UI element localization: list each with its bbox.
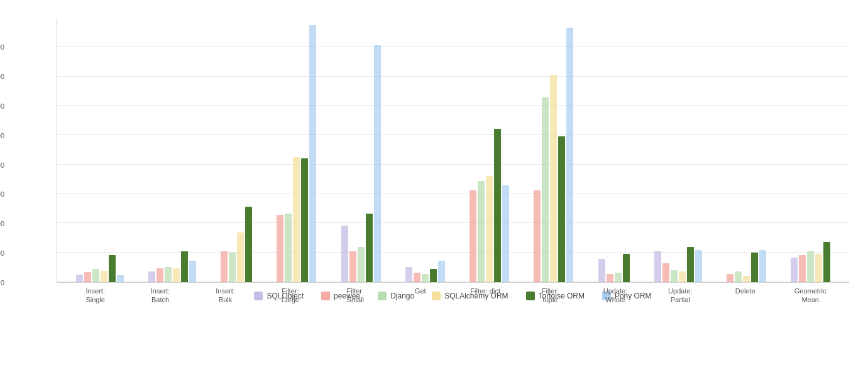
bar: [799, 255, 806, 282]
bar-group: [470, 129, 509, 282]
x-axis-label: Get: [392, 286, 449, 305]
bar: [173, 268, 180, 283]
y-axis-label: 25000: [0, 220, 4, 227]
bar: [349, 251, 356, 282]
bar: [101, 271, 107, 282]
y-axis-label: 100000: [0, 43, 4, 51]
bar: [502, 185, 509, 282]
bar: [607, 274, 613, 282]
bar-group: [654, 247, 702, 282]
bar: [478, 181, 485, 282]
bar: [823, 242, 830, 282]
bar: [76, 275, 83, 282]
bar-group: [598, 254, 630, 282]
group-bars: [791, 242, 830, 282]
bar: [277, 215, 283, 282]
group-bars: [405, 261, 445, 282]
bar: [662, 263, 669, 282]
y-axis-label: 87500: [0, 73, 4, 80]
bar: [405, 267, 412, 282]
chart-area: [57, 19, 849, 283]
bar: [743, 276, 750, 283]
bar: [486, 176, 493, 282]
bar: [542, 97, 549, 282]
x-axis-label: Insert: Bulk: [197, 286, 254, 305]
chart-container: 0125002500037500500006250075000875001000…: [0, 0, 868, 382]
bar: [309, 25, 316, 282]
bar: [189, 261, 196, 282]
bar: [623, 254, 630, 282]
x-axis-label: Delete: [717, 286, 774, 305]
x-axis-label: Update: Whole: [587, 286, 644, 305]
bar: [117, 275, 124, 282]
group-bars: [598, 254, 630, 282]
y-axis-label: 62500: [0, 132, 4, 139]
x-axis-label: Filter: dict: [457, 286, 514, 305]
bar: [727, 274, 733, 282]
x-axis-labels: Insert: SingleInsert: BatchInsert: BulkF…: [57, 286, 849, 305]
bar: [550, 75, 557, 282]
bar: [815, 254, 822, 282]
group-bars: [148, 251, 196, 282]
bar: [654, 251, 661, 282]
bar: [84, 272, 91, 282]
group-bars: [654, 247, 702, 282]
group-bars: [221, 207, 252, 282]
bar-group: [148, 251, 196, 282]
bar: [374, 45, 381, 282]
y-axis-label: 50000: [0, 161, 4, 169]
bar: [695, 250, 702, 282]
x-axis-label: Filter: tuple: [522, 286, 579, 305]
bar-group: [221, 207, 252, 282]
group-bars: [341, 45, 381, 282]
bar: [221, 251, 228, 282]
y-axis-label: 37500: [0, 190, 4, 198]
x-axis-label: Filter: Large: [262, 286, 319, 305]
bars-container: [57, 19, 849, 282]
bar-group: [727, 250, 766, 282]
bar: [759, 250, 766, 282]
bar: [598, 259, 605, 283]
x-axis-label: Insert: Single: [67, 286, 124, 305]
x-axis-label: Update: Partial: [652, 286, 708, 305]
bar: [358, 247, 365, 282]
bar-group: [76, 255, 124, 282]
bar: [735, 271, 742, 282]
bar: [558, 136, 565, 283]
bar-group: [791, 242, 830, 282]
bar: [301, 158, 308, 282]
x-axis-label: Filter: Small: [327, 286, 383, 305]
bar-group: [277, 25, 316, 282]
bar: [285, 214, 292, 282]
bar: [229, 253, 236, 282]
bar: [494, 129, 501, 282]
bar-group: [534, 28, 573, 282]
bar: [807, 251, 814, 282]
bar: [534, 190, 541, 282]
y-axis-label: 75000: [0, 102, 4, 110]
bar: [341, 226, 348, 282]
bar: [430, 269, 437, 282]
bar: [470, 190, 476, 282]
group-bars: [277, 25, 316, 282]
bar: [414, 273, 420, 282]
bar: [109, 255, 116, 282]
bar: [438, 261, 445, 282]
x-axis-label: Geometric Mean: [782, 286, 838, 305]
y-axis-label: 0: [0, 279, 4, 286]
bar-group: [405, 261, 445, 282]
bar: [157, 268, 163, 282]
bar: [751, 253, 758, 282]
group-bars: [534, 28, 573, 282]
group-bars: [470, 129, 509, 282]
bar: [791, 258, 798, 282]
bar: [181, 251, 188, 282]
bar: [245, 207, 252, 282]
bar-group: [341, 45, 381, 282]
bar: [237, 232, 244, 282]
group-bars: [76, 255, 124, 282]
group-bars: [727, 250, 766, 282]
bar: [687, 247, 694, 282]
bar: [671, 270, 678, 282]
bar: [92, 269, 99, 282]
